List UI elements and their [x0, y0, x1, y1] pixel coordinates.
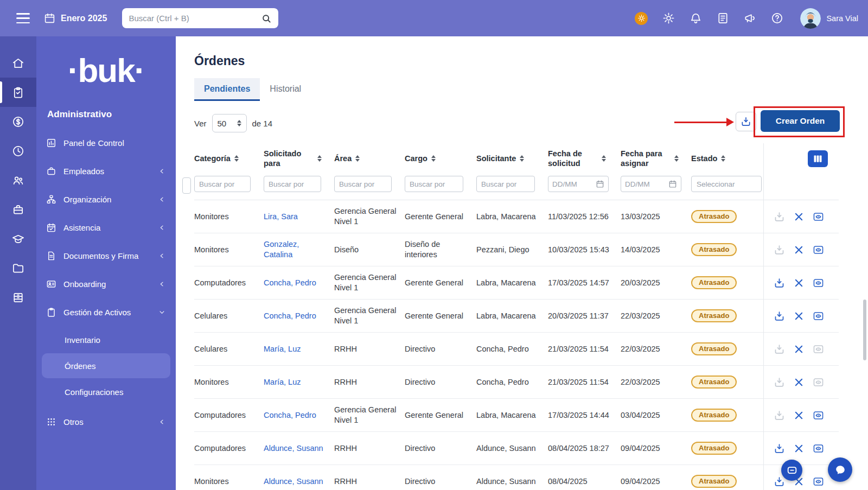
filter-area-input[interactable] — [334, 176, 392, 192]
cancel-order-button[interactable] — [793, 310, 805, 322]
help-button[interactable] — [771, 12, 783, 24]
solicitado-para-link[interactable]: María, Luz — [264, 344, 301, 354]
filter-fecha-asignar-date[interactable]: DD/MM — [621, 176, 681, 192]
cancel-order-button[interactable] — [793, 377, 805, 388]
filter-fecha-solicitud-date[interactable]: DD/MM — [548, 176, 609, 192]
sort-icon[interactable] — [355, 155, 360, 162]
sidebar-item-onboarding[interactable]: Onboarding — [36, 270, 176, 298]
view-order-button[interactable] — [813, 377, 824, 388]
sidebar-item-panel-de-control[interactable]: Panel de Control — [36, 129, 176, 157]
assign-order-button[interactable] — [774, 443, 785, 454]
view-order-button[interactable] — [813, 343, 824, 355]
filter-solicitante-input[interactable] — [476, 176, 535, 192]
assign-order-button[interactable] — [774, 476, 785, 487]
user-menu[interactable]: Sara Vial — [800, 8, 858, 29]
news-button[interactable] — [717, 12, 729, 24]
header-area[interactable]: Área — [334, 154, 405, 163]
rail-payroll-button[interactable] — [0, 107, 36, 136]
rail-home-button[interactable] — [0, 48, 36, 78]
header-fecha-asignar[interactable]: Fecha para asignar — [621, 149, 691, 168]
create-order-button[interactable]: Crear Orden — [761, 110, 840, 132]
sidebar-item-empleados[interactable]: Empleados — [36, 157, 176, 185]
tab-historial[interactable]: Historial — [260, 78, 311, 101]
page-scrollbar[interactable] — [863, 300, 866, 360]
view-order-button[interactable] — [813, 244, 824, 256]
assign-order-button[interactable] — [774, 377, 785, 388]
header-categoria[interactable]: Categoría — [194, 154, 264, 163]
page-size-select[interactable]: 50 — [212, 114, 247, 132]
assign-order-button[interactable] — [774, 211, 785, 222]
sort-icon[interactable] — [674, 155, 679, 162]
quick-settings-button[interactable] — [635, 12, 648, 25]
rail-company-button[interactable] — [0, 283, 36, 312]
sort-icon[interactable] — [520, 155, 524, 162]
filter-estado-select[interactable]: Seleccionar — [691, 176, 762, 192]
cancel-order-button[interactable] — [793, 343, 805, 355]
solicitado-para-link[interactable]: Aldunce, Susann — [264, 443, 323, 454]
header-cargo[interactable]: Cargo — [405, 154, 476, 163]
sidebar-item-gestion-de-activos[interactable]: Gestión de Activos — [36, 298, 176, 326]
sidebar-subitem-inventario[interactable]: Inventario — [42, 327, 170, 352]
rail-time-button[interactable] — [0, 136, 36, 166]
solicitado-para-link[interactable]: Concha, Pedro — [264, 410, 316, 421]
header-fecha-solicitud[interactable]: Fecha de solicitud — [548, 149, 621, 168]
view-order-button[interactable] — [813, 410, 824, 421]
filter-cargo-input[interactable] — [405, 176, 463, 192]
filter-categoria-input[interactable] — [194, 176, 251, 192]
column-settings-button[interactable] — [808, 150, 828, 167]
rail-benefits-button[interactable] — [0, 195, 36, 224]
solicitado-para-link[interactable]: Concha, Pedro — [264, 278, 316, 288]
solicitado-para-link[interactable]: Aldunce, Susann — [264, 476, 323, 487]
solicitado-para-link[interactable]: María, Luz — [264, 377, 301, 387]
assign-order-button[interactable] — [774, 277, 785, 289]
search-icon[interactable] — [261, 13, 272, 24]
sort-icon[interactable] — [234, 155, 239, 162]
cancel-order-button[interactable] — [793, 244, 805, 256]
cancel-order-button[interactable] — [793, 277, 805, 289]
search-input[interactable] — [129, 14, 257, 23]
cancel-order-button[interactable] — [793, 443, 805, 454]
sort-icon[interactable] — [721, 155, 725, 162]
sidebar-item-asistencia[interactable]: Asistencia — [36, 213, 176, 241]
clipped-filter-input[interactable] — [182, 177, 191, 194]
assign-order-button[interactable] — [774, 343, 785, 355]
solicitado-para-link[interactable]: Concha, Pedro — [264, 311, 316, 321]
chat-open-button[interactable] — [828, 457, 852, 482]
solicitado-para-link[interactable]: Gonzalez, Catalina — [264, 239, 329, 260]
cancel-order-button[interactable] — [793, 410, 805, 421]
header-estado[interactable]: Estado — [691, 154, 764, 163]
sidebar-item-otros[interactable]: Otros — [36, 408, 176, 436]
settings-button[interactable] — [662, 12, 675, 24]
header-solicitado-para[interactable]: Solicitado para — [264, 149, 334, 168]
announcements-button[interactable] — [744, 12, 756, 24]
rail-talent-button[interactable] — [0, 166, 36, 195]
hamburger-menu-icon[interactable] — [16, 13, 30, 23]
rail-training-button[interactable] — [0, 224, 36, 253]
assign-order-button[interactable] — [774, 310, 785, 322]
solicitado-para-link[interactable]: Lira, Sara — [264, 212, 298, 222]
view-order-button[interactable] — [813, 211, 824, 222]
filter-solicitado-para-input[interactable] — [264, 176, 321, 192]
export-orders-button[interactable] — [736, 112, 756, 131]
sidebar-subitem-configuraciones[interactable]: Configuraciones — [42, 379, 170, 404]
view-order-button[interactable] — [813, 310, 824, 322]
view-order-button[interactable] — [813, 443, 824, 454]
view-order-button[interactable] — [813, 277, 824, 289]
assign-order-button[interactable] — [774, 410, 785, 421]
tab-pendientes[interactable]: Pendientes — [194, 78, 260, 101]
notifications-button[interactable] — [690, 12, 702, 24]
sidebar-item-documentos-y-firma[interactable]: Documentos y Firma — [36, 241, 176, 270]
rail-assets-button[interactable] — [0, 78, 36, 107]
sort-icon[interactable] — [431, 155, 436, 162]
header-solicitante[interactable]: Solicitante — [476, 154, 548, 163]
sort-icon[interactable] — [317, 155, 322, 162]
chat-minimize-button[interactable] — [781, 460, 802, 481]
sidebar-subitem-ordenes[interactable]: Órdenes — [42, 353, 170, 378]
sort-icon[interactable] — [602, 155, 606, 162]
view-order-button[interactable] — [813, 476, 824, 487]
cancel-order-button[interactable] — [793, 211, 805, 222]
period-selector[interactable]: Enero 2025 — [44, 12, 107, 24]
assign-order-button[interactable] — [774, 244, 785, 256]
rail-documents-button[interactable] — [0, 253, 36, 283]
sidebar-item-organizacion[interactable]: Organización — [36, 185, 176, 213]
